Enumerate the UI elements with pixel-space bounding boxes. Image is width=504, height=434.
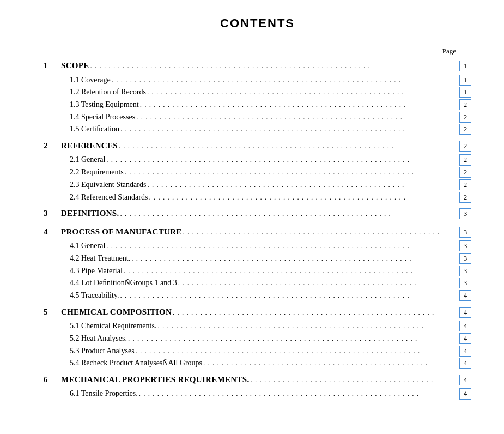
section-5-header: 5CHEMICAL COMPOSITION . . . . . . . . . … — [44, 305, 471, 320]
subsection-2-1-page: 2 — [459, 154, 471, 165]
subsection-1-5-row: 1.5 Certiﬁcation . . . . . . . . . . . .… — [44, 123, 471, 135]
section-6-num: 6 — [44, 373, 61, 387]
subsection-4-4-label: 4.4 Lot DeﬁnitionÑGroups 1 and 3 — [70, 277, 177, 289]
subsection-4-1-dots: . . . . . . . . . . . . . . . . . . . . … — [105, 240, 457, 251]
section-6-label: MECHANICAL PROPERTIES REQUIREMENTS. — [61, 373, 249, 387]
section-6-dots: . . . . . . . . . . . . . . . . . . . . … — [249, 374, 457, 386]
subsection-2-1-row: 2.1 General . . . . . . . . . . . . . . … — [44, 154, 471, 166]
subsection-5-4-dots: . . . . . . . . . . . . . . . . . . . . … — [202, 358, 457, 369]
subsection-2-1-dots: . . . . . . . . . . . . . . . . . . . . … — [105, 154, 457, 165]
subsection-2-2-label: 2.2 Requirements — [70, 166, 124, 178]
subsection-4-3-dots: . . . . . . . . . . . . . . . . . . . . … — [123, 266, 457, 276]
subsection-4-5-dots: . . . . . . . . . . . . . . . . . . . . … — [119, 290, 457, 301]
subsection-1-5-dots: . . . . . . . . . . . . . . . . . . . . … — [119, 124, 457, 135]
subsection-2-2-dots: . . . . . . . . . . . . . . . . . . . . … — [124, 167, 457, 178]
subsection-5-3-row: 5.3 Product Analyses . . . . . . . . . .… — [44, 345, 471, 357]
subsection-5-3-dots: . . . . . . . . . . . . . . . . . . . . … — [135, 346, 457, 357]
subsection-2-4-label: 2.4 Referenced Standards — [70, 191, 148, 203]
subsection-1-4-row: 1.4 Special Processes . . . . . . . . . … — [44, 111, 471, 123]
subsection-1-3-label: 1.3 Testing Equipment — [70, 99, 139, 111]
subsection-5-3-label: 5.3 Product Analyses — [70, 345, 135, 357]
subsection-4-2-row: 4.2 Heat Treatment. . . . . . . . . . . … — [44, 252, 471, 264]
section-1-label: SCOPE — [61, 59, 89, 73]
subsection-2-2-page: 2 — [459, 167, 471, 178]
section-5-num: 5 — [44, 305, 61, 320]
section-2-label: REFERENCES — [61, 139, 118, 153]
section-5-dots: . . . . . . . . . . . . . . . . . . . . … — [172, 306, 457, 318]
subsection-6-1-dots: . . . . . . . . . . . . . . . . . . . . … — [138, 388, 457, 399]
subsection-2-4-page: 2 — [459, 192, 471, 203]
subsection-5-2-label: 5.2 Heat Analyses. — [70, 333, 127, 345]
section-4-page: 3 — [459, 227, 471, 238]
subsection-5-4-page: 4 — [459, 358, 471, 369]
subsection-1-4-page: 2 — [459, 112, 471, 123]
subsection-5-1-dots: . . . . . . . . . . . . . . . . . . . . … — [156, 321, 457, 331]
subsection-1-2-label: 1.2 Retention of Records — [70, 86, 146, 98]
subsection-4-5-page: 4 — [459, 290, 471, 301]
subsection-4-2-page: 3 — [459, 253, 471, 264]
table-of-contents: 1SCOPE . . . . . . . . . . . . . . . . .… — [44, 59, 471, 400]
subsection-4-4-dots: . . . . . . . . . . . . . . . . . . . . … — [177, 278, 457, 288]
subsection-1-4-dots: . . . . . . . . . . . . . . . . . . . . … — [135, 112, 457, 123]
section-4-header: 4PROCESS OF MANUFACTURE . . . . . . . . … — [44, 225, 471, 239]
section-1-dots: . . . . . . . . . . . . . . . . . . . . … — [89, 60, 457, 72]
subsection-4-2-dots: . . . . . . . . . . . . . . . . . . . . … — [130, 253, 457, 264]
section-3-header: 3DEFINITIONS. . . . . . . . . . . . . . … — [44, 207, 471, 221]
section-3-dots: . . . . . . . . . . . . . . . . . . . . … — [119, 208, 457, 220]
subsection-5-2-page: 4 — [459, 333, 471, 344]
section-1-num: 1 — [44, 59, 61, 73]
page-label: Page — [44, 47, 471, 56]
section-4-num: 4 — [44, 225, 61, 239]
subsection-4-5-label: 4.5 Traceability. — [70, 290, 119, 302]
section-1-page: 1 — [459, 61, 471, 71]
section-6-page: 4 — [459, 375, 471, 385]
subsection-5-3-page: 4 — [459, 346, 471, 357]
subsection-4-3-page: 3 — [459, 266, 471, 276]
subsection-5-4-row: 5.4 Recheck Product AnalysesÑAll Groups … — [44, 357, 471, 369]
section-3-num: 3 — [44, 207, 61, 221]
subsection-2-2-row: 2.2 Requirements . . . . . . . . . . . .… — [44, 166, 471, 178]
subsection-2-3-row: 2.3 Equivalent Standards . . . . . . . .… — [44, 179, 471, 191]
subsection-1-1-dots: . . . . . . . . . . . . . . . . . . . . … — [111, 75, 457, 86]
subsection-4-1-page: 3 — [459, 240, 471, 251]
subsection-1-3-page: 2 — [459, 99, 471, 110]
subsection-4-2-label: 4.2 Heat Treatment. — [70, 252, 130, 264]
subsection-4-4-row: 4.4 Lot DeﬁnitionÑGroups 1 and 3 . . . .… — [44, 277, 471, 289]
subsection-5-2-row: 5.2 Heat Analyses. . . . . . . . . . . .… — [44, 333, 471, 345]
subsection-5-1-label: 5.1 Chemical Requirements. — [70, 320, 156, 332]
subsection-4-1-row: 4.1 General . . . . . . . . . . . . . . … — [44, 240, 471, 252]
subsection-5-1-row: 5.1 Chemical Requirements. . . . . . . .… — [44, 320, 471, 332]
subsection-1-2-page: 1 — [459, 87, 471, 98]
subsection-1-3-dots: . . . . . . . . . . . . . . . . . . . . … — [139, 99, 457, 110]
section-2-num: 2 — [44, 139, 61, 153]
section-4-label: PROCESS OF MANUFACTURE — [61, 225, 182, 239]
section-5-label: CHEMICAL COMPOSITION — [61, 305, 172, 320]
subsection-1-1-row: 1.1 Coverage . . . . . . . . . . . . . .… — [44, 74, 471, 86]
section-2-page: 2 — [459, 141, 471, 152]
subsection-4-4-page: 3 — [459, 278, 471, 288]
subsection-6-1-row: 6.1 Tensile Properties. . . . . . . . . … — [44, 388, 471, 400]
section-5-page: 4 — [459, 307, 471, 318]
page-title: CONTENTS — [44, 16, 471, 31]
subsection-4-3-row: 4.3 Pipe Material . . . . . . . . . . . … — [44, 265, 471, 277]
subsection-1-5-page: 2 — [459, 124, 471, 135]
subsection-5-4-label: 5.4 Recheck Product AnalysesÑAll Groups — [70, 357, 202, 369]
subsection-5-1-page: 4 — [459, 321, 471, 331]
subsection-1-2-dots: . . . . . . . . . . . . . . . . . . . . … — [146, 87, 457, 98]
subsection-1-3-row: 1.3 Testing Equipment . . . . . . . . . … — [44, 99, 471, 111]
section-2-dots: . . . . . . . . . . . . . . . . . . . . … — [118, 140, 457, 152]
subsection-2-3-page: 2 — [459, 179, 471, 190]
subsection-4-1-label: 4.1 General — [70, 240, 105, 252]
subsection-2-4-row: 2.4 Referenced Standards . . . . . . . .… — [44, 191, 471, 203]
subsection-6-1-label: 6.1 Tensile Properties. — [70, 388, 138, 400]
subsection-5-2-dots: . . . . . . . . . . . . . . . . . . . . … — [127, 333, 457, 344]
subsection-2-1-label: 2.1 General — [70, 154, 105, 166]
subsection-1-1-label: 1.1 Coverage — [70, 74, 111, 86]
section-1-header: 1SCOPE . . . . . . . . . . . . . . . . .… — [44, 59, 471, 73]
subsection-1-2-row: 1.2 Retention of Records . . . . . . . .… — [44, 86, 471, 98]
subsection-2-3-label: 2.3 Equivalent Standards — [70, 179, 146, 191]
subsection-2-4-dots: . . . . . . . . . . . . . . . . . . . . … — [148, 192, 457, 203]
section-2-header: 2REFERENCES . . . . . . . . . . . . . . … — [44, 139, 471, 153]
section-3-page: 3 — [459, 208, 471, 219]
subsection-4-3-label: 4.3 Pipe Material — [70, 265, 123, 277]
